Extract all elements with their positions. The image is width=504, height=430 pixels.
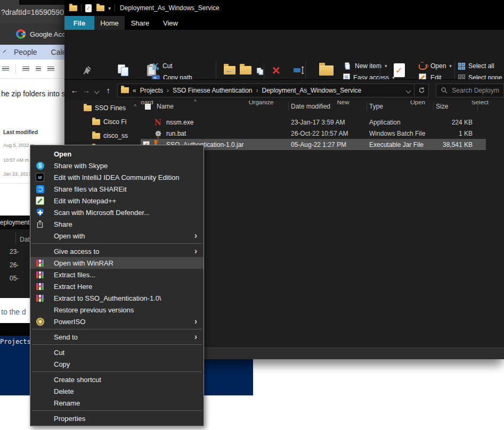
menu-item-extract-here[interactable]: w Extract Here (30, 280, 204, 292)
address-dropdown-icon[interactable] (407, 87, 410, 94)
menu-item-share[interactable]: Share (30, 218, 204, 230)
sort-ascending-icon[interactable]: ^ (194, 99, 197, 105)
qat-divider (81, 4, 82, 12)
breadcrumb-item[interactable]: Deployment_As_Windows_Service (262, 87, 362, 94)
menu-item-give-access-to[interactable]: Give access to › (30, 245, 204, 257)
scrollbar-up-icon[interactable]: ^ (134, 103, 136, 110)
refresh-icon[interactable] (418, 87, 425, 94)
toolbar-divider (15, 64, 16, 74)
check-glyph: ✓ (86, 5, 91, 11)
qat-folder-icon[interactable] (96, 5, 104, 11)
chevron-down-icon[interactable] (3, 50, 6, 53)
sidebar-item-cisco[interactable]: Cisco Fi (92, 118, 126, 126)
menu-item-copy[interactable]: Copy (30, 358, 204, 370)
sidebar-item-label: Cisco Fi (103, 118, 126, 126)
list-icon[interactable] (47, 67, 54, 71)
menu-item-delete[interactable]: Delete (30, 385, 204, 397)
tab-share[interactable]: Share (125, 16, 156, 30)
menu-item-open[interactable]: Open (30, 148, 204, 160)
column-header-type[interactable]: Type (369, 103, 383, 110)
tab-people[interactable]: People (14, 48, 37, 56)
qat-folder-icon[interactable] (69, 5, 77, 11)
line-spacing-icon[interactable] (36, 67, 41, 71)
open-label: Open (430, 62, 446, 70)
browser-tab-bar: People Cale (0, 45, 64, 60)
new-item-button[interactable]: New item ▾ (343, 61, 387, 71)
menu-item-open-with-winrar[interactable]: w Open with WinRAR (30, 257, 204, 269)
cut-label: Cut (162, 62, 173, 70)
breadcrumb-item[interactable]: Projects (140, 87, 163, 94)
file-row-runbat[interactable]: run.bat 26-Oct-22 10:57 AM Windows Batch… (141, 128, 486, 139)
winrar-icon: w (36, 259, 44, 267)
panel-divider (0, 183, 30, 184)
window-title: Deployment_As_Windows_Service (120, 4, 220, 12)
menu-item-edit-with-notepadpp[interactable]: Edit with Notepad++ (30, 195, 204, 206)
browser-url-text[interactable]: ?draftId=16590590 (1, 8, 64, 16)
column-header-size[interactable]: Size (436, 103, 448, 110)
column-divider[interactable] (433, 102, 434, 111)
menu-item-share-with-skype[interactable]: S Share with Skype (30, 160, 204, 171)
column-header-name[interactable]: Name (157, 103, 174, 110)
properties-icon: ✓ (394, 62, 405, 79)
submenu-arrow-icon: › (194, 231, 197, 240)
open-button[interactable]: Open ▾ (418, 61, 452, 71)
copy-to-icon (240, 62, 262, 79)
breadcrumb-collapse[interactable]: « (133, 87, 136, 94)
menu-item-extract-files[interactable]: w Extract files... (30, 269, 204, 280)
column-header-date[interactable]: Date modified (291, 103, 330, 110)
menu-item-extract-to-folder[interactable]: w Extract to SSO_Authentication-1.0\ (30, 292, 204, 304)
breadcrumb-item[interactable]: SSO Finesse Authentication (173, 87, 252, 94)
column-divider[interactable] (367, 102, 367, 111)
file-row-nssm[interactable]: N nssm.exe 23-Jan-17 3:59 AM Application… (141, 117, 486, 128)
forward-button[interactable]: → (80, 86, 92, 95)
panel-header: Last modified (3, 129, 38, 135)
search-placeholder: Search Deploym (452, 87, 499, 94)
menu-item-send-to[interactable]: Send to › (30, 331, 204, 343)
java-cup-icon (418, 62, 427, 70)
search-input[interactable]: Search Deploym (436, 84, 504, 97)
background-row-date: 05- (10, 275, 19, 282)
sidebar-item-sso-finesse[interactable]: SSO Fines (84, 104, 126, 112)
poweriso-disc-icon (36, 317, 44, 326)
cut-button[interactable]: Cut (152, 61, 173, 71)
column-divider[interactable] (477, 102, 478, 111)
menu-separator (32, 329, 202, 329)
menu-item-share-files-via-shareit[interactable]: Share files via SHAREit (30, 183, 204, 195)
back-button[interactable]: ← (69, 86, 80, 95)
pin-icon (82, 62, 92, 79)
menu-item-properties[interactable]: Properties (30, 412, 204, 424)
qat-properties-icon[interactable]: ✓ (85, 4, 92, 12)
column-divider[interactable] (288, 102, 289, 111)
tab-home[interactable]: Home (94, 16, 125, 30)
indent-icon[interactable] (2, 67, 9, 71)
google-logo-icon (16, 29, 26, 39)
delete-icon: × (272, 62, 280, 79)
select-all-button[interactable]: Select all (458, 61, 494, 71)
column-divider (15, 233, 16, 244)
sidebar-item-cisco-ss[interactable]: cisco_ss (92, 132, 128, 139)
menu-item-poweriso[interactable]: PowerISO › (30, 316, 204, 327)
tab-file[interactable]: File (64, 16, 94, 30)
menu-item-scan-with-defender[interactable]: Scan with Microsoft Defender... (30, 206, 204, 218)
menu-item-create-shortcut[interactable]: Create shortcut (30, 374, 204, 385)
select-all-checkbox[interactable] (145, 104, 151, 110)
menu-item-edit-with-intellij[interactable]: IJ Edit with IntelliJ IDEA Community Edi… (30, 171, 204, 183)
explorer-titlebar[interactable]: ✓ ▾ Deployment_As_Windows_Service (64, 0, 504, 16)
tab-view[interactable]: View (156, 16, 185, 30)
address-bar: ← → ↑ « Projects › SSO Finesse Authentic… (64, 79, 504, 101)
menu-item-cut[interactable]: Cut (30, 346, 204, 358)
menu-item-rename[interactable]: Rename (30, 397, 204, 409)
ribbon: Pin to Quick access Copy Paste Cut w.. C… (64, 30, 504, 80)
align-icon[interactable] (22, 67, 29, 71)
new-item-label: New item (355, 62, 381, 70)
recent-locations-button[interactable] (92, 86, 102, 95)
menu-item-open-with[interactable]: Open with › (30, 230, 204, 242)
defender-shield-icon (36, 208, 44, 217)
breadcrumb[interactable]: « Projects › SSO Finesse Authentication … (117, 84, 429, 97)
share-icon (36, 220, 44, 228)
background-explorer-title: eployment (0, 219, 29, 226)
browser-account-row[interactable]: Google Account (0, 23, 64, 45)
menu-item-restore-previous-versions[interactable]: Restore previous versions (30, 304, 204, 316)
qat-dropdown-icon[interactable]: ▾ (108, 5, 111, 11)
up-button[interactable]: ↑ (102, 86, 114, 95)
